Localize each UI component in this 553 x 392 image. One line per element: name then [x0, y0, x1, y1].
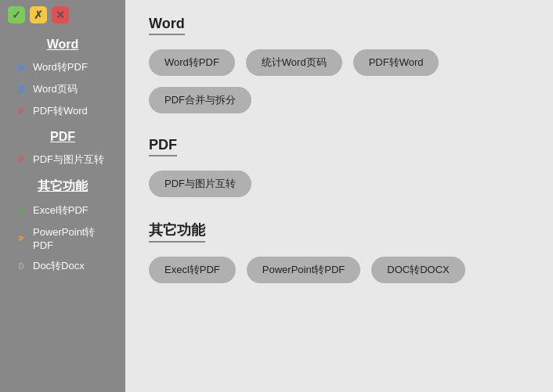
sidebar-item-word-page[interactable]: 页 Word页码 [0, 78, 125, 100]
excel-icon: E [14, 203, 28, 218]
main-section-word: Word Word转PDF 统计Word页码 PDF转Word PDF合并与拆分 [149, 16, 530, 113]
sidebar-item-pdf-image-label: PDF与图片互转 [33, 153, 104, 167]
sidebar-section-word-label: Word [0, 30, 125, 56]
pdf-image-icon: P [14, 153, 28, 167]
sidebar-item-ppt-to-pdf-label: PowerPoint转PDF [33, 225, 111, 251]
word-page-icon: 页 [14, 82, 28, 96]
main-section-pdf: PDF PDF与图片互转 [149, 137, 530, 197]
btn-pdf-to-word[interactable]: PDF转Word [353, 49, 439, 76]
sidebar-item-doc-to-docx-label: Doc转Docx [33, 259, 85, 273]
btn-doc-to-docx[interactable]: DOC转DOCX [371, 257, 464, 283]
btn-count-word-pages[interactable]: 统计Word页码 [246, 49, 342, 76]
sidebar-item-excel-to-pdf-label: Excel转PDF [33, 203, 89, 218]
ppt-icon: P [14, 232, 28, 246]
doc-icon: D [14, 259, 28, 273]
word-icon: W [14, 60, 28, 74]
btn-word-to-pdf[interactable]: Word转PDF [149, 49, 235, 76]
sidebar-section-other-label: 其它功能 [0, 171, 125, 200]
sidebar-item-pdf-to-word[interactable]: P PDF转Word [0, 100, 125, 122]
sidebar-item-ppt-to-pdf[interactable]: P PowerPoint转PDF [0, 221, 125, 255]
sidebar-item-doc-to-docx[interactable]: D Doc转Docx [0, 255, 125, 277]
sidebar-item-word-to-pdf[interactable]: W Word转PDF [0, 56, 125, 78]
sidebar-section-pdf-label: PDF [0, 122, 125, 149]
main-section-other: 其它功能 Execl转PDF PowerPoint转PDF DOC转DOCX [149, 221, 530, 283]
btn-pdf-merge-split[interactable]: PDF合并与拆分 [149, 87, 251, 113]
main-content: Word Word转PDF 统计Word页码 PDF转Word PDF合并与拆分… [125, 0, 553, 392]
pdf-word-icon: P [14, 104, 28, 118]
sidebar-item-pdf-to-word-label: PDF转Word [33, 104, 88, 118]
close-button[interactable]: ✕ [52, 6, 69, 23]
maximize-button[interactable]: ✓ [8, 6, 25, 23]
main-section-word-title: Word [149, 16, 185, 35]
btn-pdf-image-convert[interactable]: PDF与图片互转 [149, 171, 251, 197]
btn-ppt-to-pdf[interactable]: PowerPoint转PDF [247, 257, 360, 283]
sidebar-item-pdf-image[interactable]: P PDF与图片互转 [0, 149, 125, 171]
other-buttons-row: Execl转PDF PowerPoint转PDF DOC转DOCX [149, 257, 530, 283]
main-section-pdf-title: PDF [149, 137, 177, 156]
title-bar: ✓ ✗ ✕ [0, 0, 125, 30]
minimize-button[interactable]: ✗ [30, 6, 47, 23]
word-buttons-row: Word转PDF 统计Word页码 PDF转Word PDF合并与拆分 [149, 49, 530, 113]
sidebar: ✓ ✗ ✕ Word W Word转PDF 页 Word页码 P PDF转Wor… [0, 0, 125, 392]
sidebar-item-word-page-label: Word页码 [33, 82, 78, 96]
sidebar-item-excel-to-pdf[interactable]: E Excel转PDF [0, 200, 125, 221]
btn-excel-to-pdf[interactable]: Execl转PDF [149, 257, 236, 283]
pdf-buttons-row: PDF与图片互转 [149, 171, 530, 197]
main-section-other-title: 其它功能 [149, 221, 205, 243]
sidebar-item-word-to-pdf-label: Word转PDF [33, 60, 88, 74]
